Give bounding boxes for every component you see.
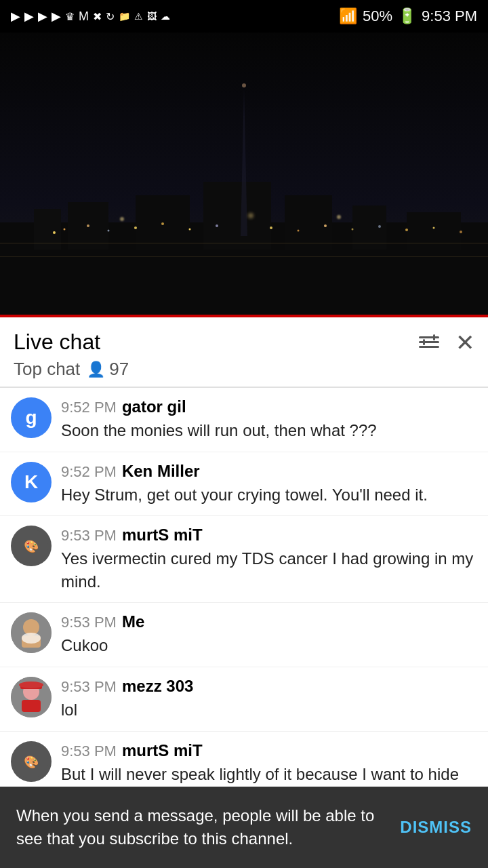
me-avatar-icon — [11, 612, 52, 653]
message-author: Ken Miller — [122, 462, 200, 481]
message-content: 9:53 PM murtS miT Yes ivermectin cured m… — [61, 526, 477, 593]
message-text: lol — [61, 698, 477, 722]
avatar: 🎨 — [11, 526, 52, 566]
svg-rect-40 — [22, 700, 41, 712]
filter-line-3 — [419, 346, 439, 348]
message-meta: 9:53 PM mezz 303 — [61, 677, 477, 696]
avatar: 🎨 — [11, 741, 52, 782]
message-content: 9:53 PM mezz 303 lol — [61, 677, 477, 722]
svg-point-17 — [189, 229, 191, 231]
svg-point-16 — [161, 222, 164, 225]
svg-point-29 — [337, 215, 341, 219]
svg-text:🎨: 🎨 — [24, 755, 39, 770]
filter-line-1 — [419, 336, 439, 338]
message-author: mezz 303 — [122, 677, 193, 696]
status-right: 📶 50% 🔋 9:53 PM — [339, 7, 477, 25]
person-icon: 👤 — [87, 361, 105, 378]
filter-line-2 — [419, 341, 439, 343]
app-icon-6: M — [79, 9, 89, 24]
mezz-avatar-icon — [11, 677, 52, 717]
video-progress-bar[interactable] — [0, 315, 488, 317]
status-bar: ▶ ▶ ▶ ▶ ♛ M ✖ ↻ 📁 ⚠ 🖼 ☁ 📶 50% 🔋 9:53 PM — [0, 0, 488, 33]
header-actions: ✕ — [419, 331, 474, 354]
svg-point-27 — [120, 217, 124, 221]
message-author: gator gil — [122, 397, 186, 416]
video-player[interactable] — [0, 33, 488, 317]
message-content: 9:53 PM Me Cukoo — [61, 612, 477, 657]
app-icon-12: ☁ — [161, 11, 170, 22]
svg-point-18 — [216, 224, 218, 227]
live-chat-header: Live chat ✕ Top chat 👤 97 — [0, 317, 488, 387]
svg-text:🎨: 🎨 — [24, 539, 39, 554]
message-author: murtS miT — [122, 526, 203, 545]
message-time: 9:52 PM — [61, 399, 117, 416]
chat-message: 🎨 9:53 PM murtS miT Yes ivermectin cured… — [0, 516, 488, 603]
message-time: 9:53 PM — [61, 678, 117, 696]
svg-rect-31 — [0, 256, 488, 257]
message-meta: 9:53 PM murtS miT — [61, 526, 477, 545]
svg-point-37 — [22, 633, 41, 644]
svg-point-20 — [298, 230, 300, 232]
svg-point-21 — [324, 224, 327, 227]
notification-bar: When you send a message, people will be … — [0, 787, 488, 868]
message-text: Hey Strum, get out your crying towel. Yo… — [61, 484, 477, 507]
svg-point-22 — [352, 229, 354, 231]
viewer-number: 97 — [109, 359, 129, 380]
chat-message: K 9:52 PM Ken Miller Hey Strum, get out … — [0, 452, 488, 517]
message-time: 9:53 PM — [61, 527, 117, 545]
notification-icons: ▶ ▶ ▶ ▶ ♛ M ✖ ↻ 📁 ⚠ 🖼 ☁ — [11, 9, 170, 24]
svg-point-42 — [19, 682, 43, 688]
video-content — [0, 33, 488, 317]
message-author: Me — [122, 612, 144, 631]
svg-rect-6 — [285, 195, 332, 250]
top-chat-row: Top chat 👤 97 — [14, 359, 474, 380]
svg-point-12 — [64, 229, 66, 231]
live-chat-title: Live chat — [14, 330, 100, 355]
chat-message: g 9:52 PM gator gil Soon the monies will… — [0, 388, 488, 452]
message-time: 9:52 PM — [61, 463, 117, 481]
app-icon-10: ⚠ — [134, 11, 143, 22]
svg-point-15 — [134, 226, 137, 229]
svg-point-19 — [270, 226, 272, 229]
app-icon-3: ▶ — [38, 9, 47, 24]
message-meta: 9:53 PM murtS miT — [61, 741, 477, 760]
chat-message: 9:53 PM mezz 303 lol — [0, 667, 488, 732]
app-icon-9: 📁 — [119, 11, 130, 22]
wifi-icon: 📶 — [339, 7, 357, 25]
message-time: 9:53 PM — [61, 614, 117, 631]
app-icon-11: 🖼 — [147, 11, 157, 22]
video-frame — [0, 33, 488, 317]
avatar: g — [11, 397, 52, 438]
message-text: Cukoo — [61, 634, 477, 657]
svg-point-23 — [378, 225, 381, 228]
app-icon-7: ✖ — [93, 10, 102, 23]
svg-point-10 — [242, 83, 246, 87]
svg-point-24 — [405, 229, 408, 231]
message-time: 9:53 PM — [61, 743, 117, 760]
message-meta: 9:52 PM gator gil — [61, 397, 477, 416]
message-author: murtS miT — [122, 741, 203, 760]
custom-avatar-icon: 🎨 — [14, 529, 48, 563]
svg-point-11 — [53, 231, 56, 234]
svg-point-13 — [87, 224, 89, 227]
message-content: 9:52 PM Ken Miller Hey Strum, get out yo… — [61, 462, 477, 507]
viewer-count: 👤 97 — [87, 359, 129, 380]
battery-percentage: 50% — [363, 7, 392, 25]
message-text: Yes ivermectin cured my TDS cancer I had… — [61, 547, 477, 593]
svg-point-25 — [433, 227, 435, 229]
avatar: K — [11, 462, 52, 502]
app-icon-8: ↻ — [106, 10, 115, 23]
close-button[interactable]: ✕ — [455, 331, 474, 354]
message-text: Soon the monies will run out, then what … — [61, 419, 477, 442]
dismiss-button[interactable]: DISMISS — [400, 818, 472, 837]
svg-rect-5 — [203, 182, 271, 250]
svg-rect-30 — [0, 243, 488, 243]
custom-avatar-icon-2: 🎨 — [14, 745, 48, 778]
svg-point-28 — [248, 213, 253, 218]
filter-icon[interactable] — [419, 336, 439, 348]
svg-point-26 — [460, 231, 462, 233]
message-meta: 9:52 PM Ken Miller — [61, 462, 477, 481]
battery-icon: 🔋 — [398, 7, 416, 25]
app-icon-5: ♛ — [65, 10, 75, 23]
notification-text: When you send a message, people will be … — [16, 804, 386, 850]
